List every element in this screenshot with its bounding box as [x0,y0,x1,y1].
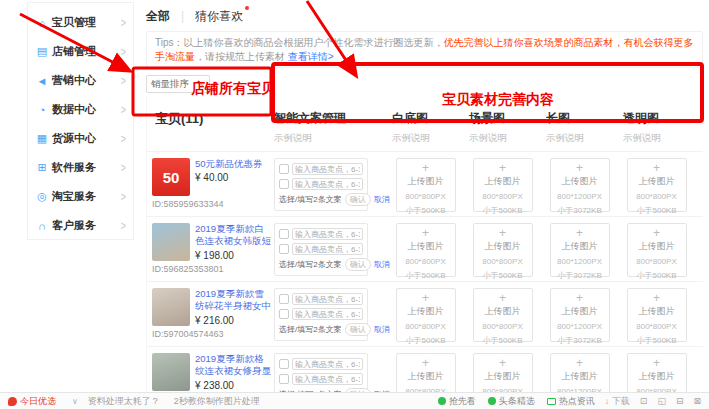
product-thumbnail[interactable] [152,223,190,261]
upload-长图-button[interactable]: +上传图片800*1200PX小于3072KB [550,223,610,277]
confirm-button[interactable]: 确认 [345,258,371,271]
sellpoint-checkbox[interactable] [279,164,289,174]
taskbar-item-2[interactable]: 头条精选 [488,395,535,408]
column-header-1: 白底图示例说明 [387,110,464,151]
sidebar-item-2[interactable]: ▤店铺管理> [28,37,133,66]
image-column-label: 长图 [546,110,618,127]
example-link[interactable]: 示例说明 [546,132,618,145]
sidebar-item-5[interactable]: ▦货源中心> [28,124,133,153]
product-thumbnail[interactable] [152,288,190,326]
sellpoint-checkbox[interactable] [279,294,289,304]
example-link-copywriting[interactable]: 示例说明 [274,132,370,145]
sellpoint-input[interactable] [292,358,363,370]
upload-场景图-button[interactable]: +上传图片800*800PX小于500KB [473,158,533,212]
product-title-link[interactable]: 2019夏季新款格纹连衣裙女修身显瘦小众网红 [195,353,271,378]
plus-icon: + [397,164,455,173]
tips-text: Tips：以上猜你喜欢的商品会根据用户个性化需求进行圈选更新， [155,37,444,48]
window-control-icon[interactable]: ◱ [657,396,666,406]
view-details-link[interactable]: 查看详情> [288,51,334,62]
software-icon: ⊞ [35,161,49,174]
confirm-button[interactable]: 确认 [345,193,371,206]
tips-banner: Tips：以上猜你喜欢的商品会根据用户个性化需求进行圈选更新，优先完善以上猜你喜… [146,31,703,68]
confirm-button[interactable]: 确认 [345,323,371,336]
sellpoint-checkbox[interactable] [279,309,289,319]
taskbar-brand[interactable]: 今日优选 [20,395,56,408]
upload-label: 上传图片 [551,370,609,383]
column-header-2: 场景图示例说明 [464,110,541,151]
window-control-icon[interactable]: ⊠ [693,396,701,406]
coupon-50-image: 50 [152,158,190,196]
chevron-right-icon: > [121,219,126,233]
sellpoint-checkbox[interactable] [279,229,289,239]
sidebar-item-8[interactable]: ∩客户服务> [28,211,133,240]
sellpoint-input[interactable] [292,178,363,190]
sidebar-item-label: 店铺管理 [52,44,96,59]
download-button[interactable]: ↓ 下载 [605,395,630,408]
chevron-down-icon[interactable]: ∨ [72,397,78,406]
taskbar-headline-2[interactable]: 2秒教你制作图片处理 [174,395,260,408]
image-column-label: 白底图 [392,110,464,127]
upload-label: 上传图片 [397,175,455,188]
table-row: 5050元新品优惠券¥ 40.00ID:585959633344选择/填写2条文… [147,151,703,216]
sidebar-item-7[interactable]: ◎淘宝服务> [28,182,133,211]
supply-icon: ▦ [35,132,49,145]
upload-size-spec: 800*800PX [474,322,532,332]
sidebar-item-1[interactable]: ⌂宝贝管理> [28,8,133,37]
column-header-3: 长图示例说明 [541,110,618,151]
upload-白底图-button[interactable]: +上传图片800*800PX小于500KB [396,288,456,342]
upload-size-spec: 800*800PX [628,192,686,202]
upload-透明图-button[interactable]: +上传图片800*800PX小于500KB [627,158,687,212]
window-control-icon[interactable]: ⊡ [640,396,648,406]
sidebar-item-6[interactable]: ⊞软件服务> [28,153,133,182]
product-thumbnail[interactable] [152,353,190,391]
sellpoint-input[interactable] [292,293,363,305]
upload-size-spec: 800*800PX [474,192,532,202]
column-header-4: 透明图示例说明 [618,110,695,151]
sort-dropdown[interactable]: 销量排序 ∨ [146,75,210,93]
new-badge-dot [245,6,249,10]
product-id: ID:597004574463 [152,329,272,339]
upload-透明图-button[interactable]: +上传图片800*800PX小于500KB [627,223,687,277]
example-link[interactable]: 示例说明 [623,132,695,145]
sidebar-item-3[interactable]: ◄营销中心> [28,66,133,95]
sidebar-item-4[interactable]: ◔数据中心> [28,95,133,124]
product-title-link[interactable]: 50元新品优惠券 [195,158,271,170]
upload-透明图-button[interactable]: +上传图片800*800PX小于500KB [627,288,687,342]
upload-size-spec: 800*800PX [397,257,455,267]
plus-icon: + [474,164,532,173]
product-title-link[interactable]: 2019夏季新款白色连衣裙女韩版短袖T恤中长款 [195,223,271,248]
upload-场景图-button[interactable]: +上传图片800*800PX小于500KB [473,223,533,277]
upload-长图-button[interactable]: +上传图片800*1200PX小于3072KB [550,158,610,212]
sellpoint-input[interactable] [292,243,363,255]
taskbar-item-1[interactable]: 抢先看 [438,395,476,408]
sidebar-item-label: 货源中心 [52,131,96,146]
product-title-link[interactable]: 2019夏季新款雪纺碎花半身裙女中长款韩版白 [195,288,271,313]
taskbar-headline-1[interactable]: 资料处理太耗了？ [88,395,160,408]
example-link[interactable]: 示例说明 [392,132,464,145]
plus-icon: + [551,229,609,238]
upload-长图-button[interactable]: +上传图片800*1200PX小于3072KB [550,288,610,342]
sellpoint-input[interactable] [292,373,363,385]
sellpoint-checkbox[interactable] [279,359,289,369]
window-control-icon[interactable]: ⊟ [676,396,684,406]
upload-场景图-button[interactable]: +上传图片800*800PX小于500KB [473,288,533,342]
tab-guess-you-like[interactable]: 猜你喜欢 [195,8,243,25]
upload-白底图-button[interactable]: +上传图片800*800PX小于500KB [396,158,456,212]
upload-白底图-button[interactable]: +上传图片800*800PX小于500KB [396,223,456,277]
main-content: 全部 | 猜你喜欢 Tips：以上猜你喜欢的商品会根据用户个性化需求进行圈选更新… [146,6,703,409]
upload-label: 上传图片 [397,370,455,383]
sellpoint-checkbox[interactable] [279,244,289,254]
sellpoint-input[interactable] [292,308,363,320]
plus-icon: + [628,164,686,173]
sellpoint-input[interactable] [292,163,363,175]
sellpoint-checkbox[interactable] [279,179,289,189]
product-thumbnail[interactable]: 50 [152,158,190,196]
sellpoint-input[interactable] [292,228,363,240]
upload-label: 上传图片 [628,305,686,318]
tab-all[interactable]: 全部 [146,8,170,25]
upload-label: 上传图片 [474,305,532,318]
taskbar-item-3[interactable]: 热点资讯 [547,395,595,408]
upload-limit-spec: 小于500KB [628,206,686,216]
sellpoint-checkbox[interactable] [279,374,289,384]
example-link[interactable]: 示例说明 [469,132,541,145]
